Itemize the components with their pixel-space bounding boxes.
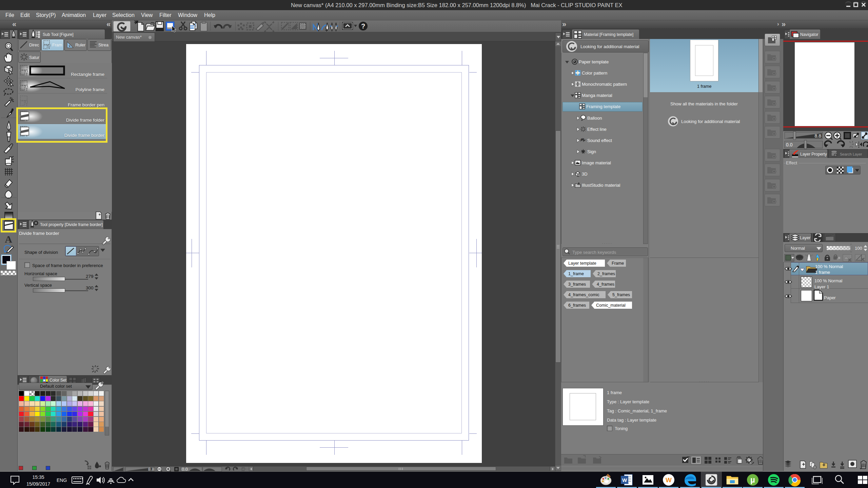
svg-text:15/09/2017: 15/09/2017 <box>26 481 50 487</box>
svg-text:0.0: 0.0 <box>182 467 188 472</box>
svg-text:µ: µ <box>750 475 755 484</box>
svg-text:ENG: ENG <box>57 477 67 483</box>
svg-text:W: W <box>666 476 672 484</box>
svg-text:15:35: 15:35 <box>32 474 44 480</box>
svg-text:0.0: 0.0 <box>786 142 793 147</box>
svg-text:8.8: 8.8 <box>815 133 822 139</box>
svg-text:AA: AA <box>580 138 585 141</box>
svg-text:?: ? <box>361 22 365 30</box>
svg-text:W: W <box>622 477 627 483</box>
svg-text:8.8: 8.8 <box>148 467 154 472</box>
svg-text:A: A <box>5 233 12 245</box>
